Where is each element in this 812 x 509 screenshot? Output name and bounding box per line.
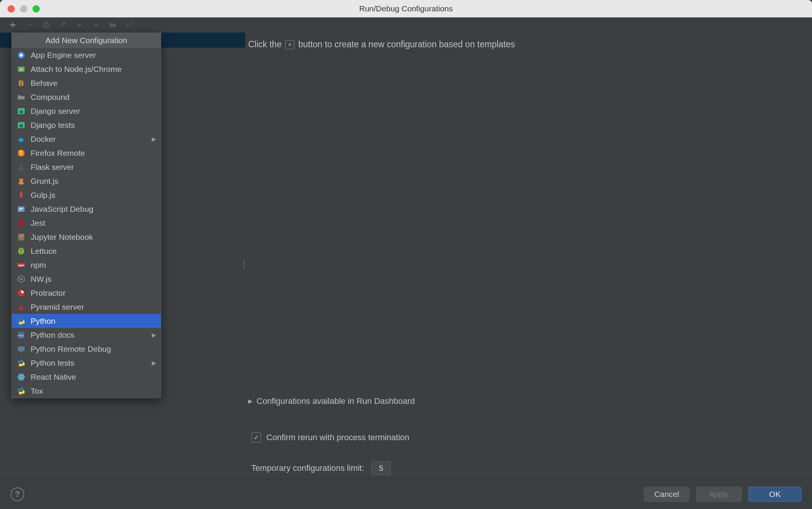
svg-text:B: B	[19, 79, 24, 87]
window-maximize-button[interactable]	[33, 5, 40, 12]
dropdown-item-label: Attach to Node.js/Chrome	[31, 65, 156, 74]
down-icon[interactable]	[92, 20, 101, 29]
svg-rect-17	[19, 235, 23, 236]
dropdown-item-label: Compound	[31, 93, 156, 102]
python-icon	[16, 386, 26, 396]
copy-icon[interactable]	[42, 20, 51, 29]
chevron-right-icon: ▶	[248, 398, 253, 405]
ok-button[interactable]: OK	[748, 487, 801, 502]
dropdown-item-lettuce[interactable]: Lettuce	[12, 244, 161, 258]
jsdebug-icon	[16, 204, 26, 214]
firefox-icon	[16, 148, 26, 158]
footer: ? Cancel Apply OK	[0, 479, 812, 509]
svg-text:JS: JS	[19, 68, 23, 71]
folder-save-icon[interactable]	[108, 20, 117, 29]
dropdown-item-django-server[interactable]: djDjango server	[12, 104, 161, 118]
svg-text:dj: dj	[19, 123, 23, 128]
dashboard-toggle[interactable]: ▶ Configurations available in Run Dashbo…	[248, 396, 801, 406]
right-panel: Click the button to create a new configu…	[245, 33, 812, 479]
checkbox-icon[interactable]: ✓	[251, 433, 261, 442]
dropdown-item-label: Django tests	[31, 121, 156, 130]
add-icon[interactable]	[8, 20, 17, 29]
main-area: Add New Configuration App Engine serverJ…	[0, 33, 812, 479]
hint-pre: Click the	[248, 39, 282, 50]
svg-rect-1	[44, 22, 48, 26]
dropdown-item-npm[interactable]: npmnpm	[12, 258, 161, 272]
pyremote-icon	[16, 344, 26, 354]
confirm-rerun-label: Confirm rerun with process termination	[266, 433, 409, 442]
dropdown-header: Add New Configuration	[12, 33, 161, 48]
dropdown-item-docker[interactable]: Docker▶	[12, 132, 161, 146]
sort-icon[interactable]	[125, 20, 134, 29]
bottom-section: ▶ Configurations available in Run Dashbo…	[245, 396, 801, 479]
window-minimize-button[interactable]	[20, 5, 27, 12]
dropdown-item-protractor[interactable]: Protractor	[12, 286, 161, 300]
dropdown-item-label: App Engine server	[31, 51, 156, 60]
dropdown-item-jupyter-notebook[interactable]: Jupyter Notebook	[12, 230, 161, 244]
npm-icon: npm	[16, 260, 26, 270]
flask-icon	[16, 162, 26, 172]
dropdown-item-label: Python docs	[31, 331, 147, 340]
folder-icon	[16, 92, 26, 102]
dropdown-item-compound[interactable]: Compound	[12, 90, 161, 104]
svg-point-27	[20, 376, 22, 378]
behave-icon: B	[16, 78, 26, 88]
dropdown-item-grunt-js[interactable]: Grunt.js	[12, 174, 161, 188]
svg-point-4	[20, 54, 23, 57]
dropdown-item-behave[interactable]: BBehave	[12, 76, 161, 90]
dropdown-item-pyramid-server[interactable]: Pyramid server	[12, 300, 161, 314]
docker-icon	[16, 134, 26, 144]
nwjs-icon	[16, 274, 26, 284]
dropdown-item-javascript-debug[interactable]: JavaScript Debug	[12, 202, 161, 216]
dropdown-item-django-tests[interactable]: djDjango tests	[12, 118, 161, 132]
help-button[interactable]: ?	[11, 487, 24, 501]
dropdown-item-python-docs[interactable]: RSTPython docs▶	[12, 328, 161, 342]
svg-text:npm: npm	[18, 264, 25, 267]
dropdown-item-app-engine-server[interactable]: App Engine server	[12, 48, 161, 62]
dropdown-item-jest[interactable]: Jest	[12, 216, 161, 230]
django-icon: dj	[16, 120, 26, 130]
svg-rect-13	[18, 206, 25, 212]
protractor-icon	[16, 288, 26, 298]
confirm-rerun-row[interactable]: ✓ Confirm rerun with process termination	[251, 433, 801, 442]
dialog-body: Add New Configuration App Engine serverJ…	[0, 17, 812, 509]
dropdown-item-label: Python tests	[31, 358, 147, 368]
python-icon	[16, 316, 26, 326]
dropdown-item-flask-server[interactable]: Flask server	[12, 160, 161, 174]
temp-limit-input[interactable]	[372, 461, 390, 475]
svg-point-21	[20, 278, 22, 280]
dropdown-item-label: NW.js	[31, 275, 156, 284]
dropdown-item-react-native[interactable]: React Native	[12, 370, 161, 384]
window-close-button[interactable]	[8, 5, 15, 12]
dropdown-item-nw-js[interactable]: NW.js	[12, 272, 161, 286]
window-title: Run/Debug Configurations	[0, 4, 812, 13]
grunt-icon	[16, 176, 26, 186]
plus-icon	[285, 40, 294, 49]
dropdown-item-label: Pyramid server	[31, 303, 156, 312]
svg-rect-14	[19, 208, 23, 209]
dropdown-item-python[interactable]: Python	[12, 314, 161, 328]
chevron-right-icon: ▶	[152, 360, 156, 366]
left-panel: Add New Configuration App Engine serverJ…	[0, 33, 245, 479]
temp-limit-row: Temporary configurations limit:	[251, 461, 801, 475]
dropdown-item-python-tests[interactable]: Python tests▶	[12, 356, 161, 370]
dropdown-item-label: Tox	[31, 386, 156, 396]
splitter-grip[interactable]	[244, 259, 247, 275]
traffic-lights	[0, 5, 40, 12]
divider	[422, 401, 801, 402]
pythondocs-icon: RST	[16, 330, 26, 340]
wrench-icon[interactable]	[58, 20, 67, 29]
cancel-button[interactable]: Cancel	[644, 487, 689, 502]
hint-post: button to create a new configuration bas…	[298, 39, 515, 50]
svg-rect-25	[18, 346, 25, 351]
apply-button[interactable]: Apply	[696, 487, 742, 502]
dropdown-item-tox[interactable]: Tox	[12, 384, 161, 398]
up-icon[interactable]	[75, 20, 84, 29]
dropdown-item-label: Django server	[31, 107, 156, 116]
dropdown-item-python-remote-debug[interactable]: Python Remote Debug	[12, 342, 161, 356]
dropdown-item-firefox-remote[interactable]: Firefox Remote	[12, 146, 161, 160]
dropdown-item-label: React Native	[31, 372, 156, 382]
remove-icon[interactable]	[25, 20, 34, 29]
dropdown-item-attach-to-node-js-chrome[interactable]: JSAttach to Node.js/Chrome	[12, 62, 161, 76]
dropdown-item-gulp-js[interactable]: Gulp.js	[12, 188, 161, 202]
